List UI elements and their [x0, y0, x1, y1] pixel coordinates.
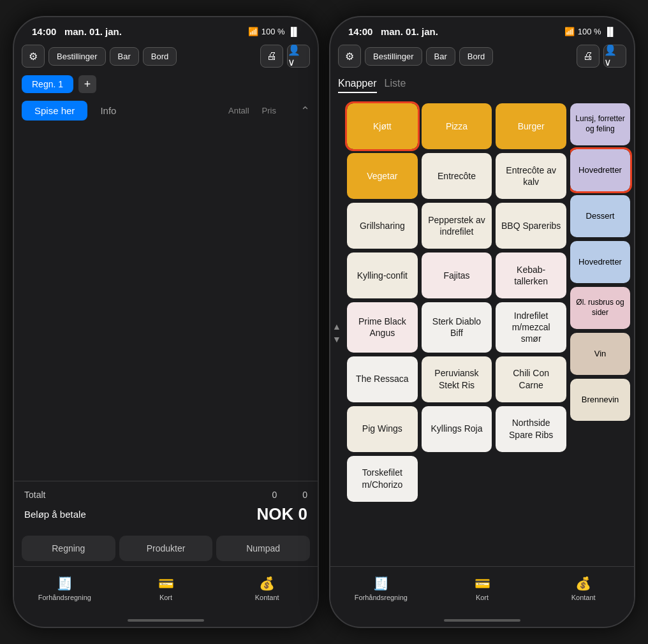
status-bar-2: 14:00 man. 01. jan. 📶 100 % ▐▌	[330, 17, 634, 41]
product-grillsharing[interactable]: Grillsharing	[347, 203, 418, 249]
product-torskefilet[interactable]: Torskefilet m/Chorizo	[347, 456, 418, 502]
print-icon-2: 🖨	[583, 50, 593, 62]
product-fajitas[interactable]: Fajitas	[422, 252, 492, 298]
bestillinger-button-1[interactable]: Bestillinger	[48, 47, 106, 66]
bar-button-2[interactable]: Bar	[426, 47, 455, 66]
product-layout: ▲ ▼ Kjøtt Pizza Burger Vegetar Entrecôte…	[330, 99, 634, 566]
payment-bar-1: 🧾 Forhåndsregning 💳 Kort 💰 Kontant	[14, 566, 318, 614]
user-icon-2: 👤 ∨	[604, 44, 626, 68]
product-kjott[interactable]: Kjøtt	[347, 103, 418, 149]
product-vegetar[interactable]: Vegetar	[347, 153, 418, 199]
user-button-2[interactable]: 👤 ∨	[603, 45, 626, 68]
bord-button-1[interactable]: Bord	[143, 47, 177, 66]
settings-button-1[interactable]: ⚙	[22, 45, 45, 68]
cat-dessert[interactable]: Dessert	[570, 195, 630, 237]
kontant-label-2: Kontant	[571, 594, 596, 601]
column-labels: Antall Pris	[228, 106, 295, 115]
product-northside-spare-ribs[interactable]: Northside Spare Ribs	[496, 406, 566, 452]
print-icon-1: 🖨	[267, 50, 277, 62]
cat-vin[interactable]: Vin	[570, 333, 630, 375]
kontant-button-2[interactable]: 💰 Kontant	[533, 567, 634, 614]
cat-lunsj[interactable]: Lunsj, forretter og feling	[570, 103, 630, 145]
wifi-icon-2: 📶	[564, 27, 575, 36]
user-icon-1: 👤 ∨	[288, 44, 309, 68]
product-pig-wings[interactable]: Pig Wings	[347, 406, 418, 452]
home-indicator-1	[14, 614, 318, 627]
sidebar-categories: Lunsj, forretter og feling Hovedretter D…	[570, 99, 634, 566]
numpad-button[interactable]: Numpad	[216, 536, 310, 561]
kort-icon-1: 💳	[158, 576, 174, 591]
spise-her-button[interactable]: Spise her	[22, 101, 87, 121]
tab-regn1[interactable]: Regn. 1	[22, 75, 73, 93]
bar-button-1[interactable]: Bar	[110, 47, 139, 66]
kontant-icon-2: 💰	[575, 576, 591, 591]
cat-ol-rusbrus[interactable]: Øl. rusbrus og sider	[570, 287, 630, 329]
kort-button-1[interactable]: 💳 Kort	[115, 567, 217, 614]
forhandsregning-button-1[interactable]: 🧾 Forhåndsregning	[14, 567, 115, 614]
kort-icon-2: 💳	[475, 576, 490, 591]
payment-bar-2: 🧾 Forhåndsregning 💳 Kort 💰 Kontant	[330, 566, 634, 614]
product-kebab-tallerken[interactable]: Kebab-tallerken	[496, 252, 566, 298]
cat-hovedretter2[interactable]: Hovedretter	[570, 241, 630, 283]
product-chili-con-carne[interactable]: Chili Con Carne	[496, 356, 566, 402]
cat-brennevin[interactable]: Brennevin	[570, 379, 630, 421]
signal-strength-2: 100 %	[578, 27, 601, 36]
forhandsregning-button-2[interactable]: 🧾 Forhåndsregning	[330, 567, 432, 614]
forhandsregning-label-2: Forhåndsregning	[355, 594, 408, 601]
product-pizza[interactable]: Pizza	[422, 103, 492, 149]
section-bar-1: Spise her Info Antall Pris ⌃	[14, 97, 318, 124]
product-pepperstek[interactable]: Pepperstek av indrefilet	[422, 203, 492, 249]
settings-button-2[interactable]: ⚙	[338, 45, 361, 68]
scroll-indicator-left: ▲ ▼	[330, 99, 343, 566]
kontant-button-1[interactable]: 💰 Kontant	[216, 567, 318, 614]
product-kyllings-roja[interactable]: Kyllings Roja	[422, 406, 492, 452]
product-indrefilet[interactable]: Indrefilet m/mezcal smør	[496, 302, 566, 353]
product-the-ressaca[interactable]: The Ressaca	[347, 356, 418, 402]
status-time-1: 14:00 man. 01. jan.	[32, 26, 122, 37]
totalt-value: 0	[272, 490, 277, 500]
produkter-button[interactable]: Produkter	[119, 536, 213, 561]
tab-liste[interactable]: Liste	[385, 78, 406, 93]
print-button-1[interactable]: 🖨	[260, 45, 283, 68]
product-entrecote-kalv[interactable]: Entrecôte av kalv	[496, 153, 566, 199]
product-sterk-diablo[interactable]: Sterk Diablo Biff	[422, 302, 492, 353]
home-bar-1	[128, 619, 204, 622]
kort-button-2[interactable]: 💳 Kort	[432, 567, 533, 614]
gear-icon-2: ⚙	[345, 50, 354, 62]
tab-knapper[interactable]: Knapper	[338, 78, 377, 93]
product-prime-black-angus[interactable]: Prime Black Angus	[347, 302, 418, 353]
kort-label-1: Kort	[159, 594, 172, 601]
wifi-icon-1: 📶	[248, 27, 258, 36]
product-bbq-spareribs[interactable]: BBQ Spareribs	[496, 203, 566, 249]
phone-2: 14:00 man. 01. jan. 📶 100 % ▐▌ ⚙ Bestill…	[329, 16, 635, 628]
scroll-up-arrow[interactable]: ▲	[332, 321, 341, 332]
battery-icon-2: ▐▌	[605, 27, 616, 36]
collapse-button[interactable]: ⌃	[300, 104, 310, 118]
product-entrecote[interactable]: Entrecôte	[422, 153, 492, 199]
product-kylling-confit[interactable]: Kylling-confit	[347, 252, 418, 298]
tab-add-button[interactable]: +	[78, 75, 96, 93]
product-peruviansk[interactable]: Peruviansk Stekt Ris	[422, 356, 492, 402]
kort-label-2: Kort	[476, 594, 489, 601]
bestillinger-button-2[interactable]: Bestillinger	[365, 47, 422, 66]
print-button-2[interactable]: 🖨	[577, 45, 600, 68]
pris-label: Pris	[262, 106, 276, 115]
totalt-label: Totalt	[24, 490, 45, 500]
nok-amount: NOK 0	[257, 504, 307, 524]
bottom-totals: Totalt 0 0 Beløp å betale NOK 0	[14, 481, 318, 531]
bord-button-2[interactable]: Bord	[459, 47, 493, 66]
regning-button[interactable]: Regning	[22, 536, 115, 561]
kontant-label-1: Kontant	[255, 594, 279, 601]
status-icons-1: 📶 100 % ▐▌	[248, 27, 300, 36]
home-indicator-2	[330, 614, 634, 627]
status-bar-1: 14:00 man. 01. jan. 📶 100 % ▐▌	[14, 17, 318, 41]
antall-label: Antall	[228, 106, 249, 115]
scroll-down-arrow[interactable]: ▼	[332, 334, 341, 344]
action-buttons: Regning Produkter Numpad	[14, 531, 318, 566]
product-burger[interactable]: Burger	[496, 103, 566, 149]
cat-hovedretter[interactable]: Hovedretter	[570, 149, 630, 191]
kontant-icon-1: 💰	[259, 576, 275, 591]
user-button-1[interactable]: 👤 ∨	[287, 45, 310, 68]
top-nav-2: ⚙ Bestillinger Bar Bord 🖨 👤 ∨	[330, 41, 634, 71]
info-button[interactable]: Info	[87, 101, 129, 121]
